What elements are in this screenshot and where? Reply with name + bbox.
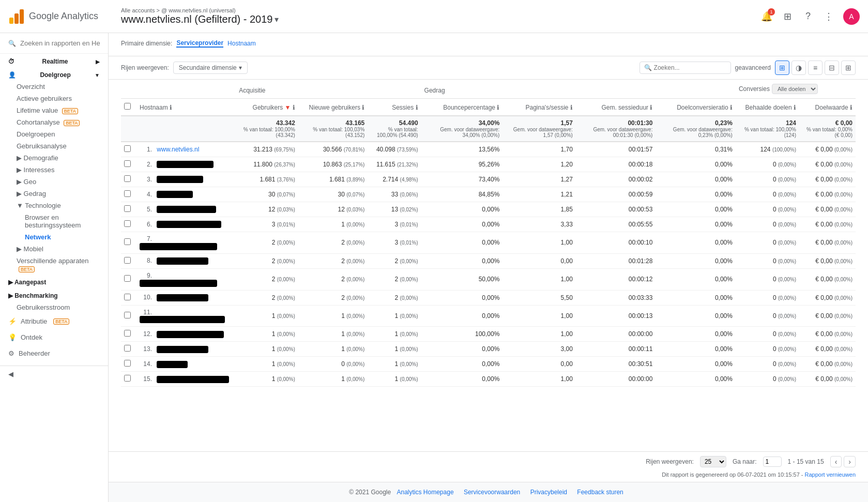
sidebar-item-gedrag[interactable]: ▶ Gedrag xyxy=(0,188,108,200)
row-sessieduur: 00:00:12 xyxy=(576,268,656,290)
avatar[interactable]: A xyxy=(843,8,860,25)
sidebar-item-technologie[interactable]: ▼ Technologie xyxy=(0,200,108,211)
more-icon[interactable]: ⋮ xyxy=(823,10,835,23)
row-hostname: 8. xyxy=(136,253,236,268)
row-checkbox[interactable] xyxy=(124,160,131,167)
pie-view-icon[interactable]: ◑ xyxy=(791,60,806,75)
row-checkbox[interactable] xyxy=(124,294,131,300)
hostname-link[interactable]: www.netvlies.nl xyxy=(157,146,199,153)
sidebar-item-gebruikersstroom[interactable]: Gebruikersstroom xyxy=(0,301,108,313)
footer-copyright: © 2021 Google xyxy=(349,489,391,496)
table-search-input[interactable] xyxy=(654,64,726,71)
bar-view-icon[interactable]: ≡ xyxy=(808,60,823,75)
col-doelwaarde[interactable]: Doelwaarde ℹ xyxy=(799,99,856,116)
grid-view-icon[interactable]: ⊞ xyxy=(775,60,789,75)
row-checkbox[interactable] xyxy=(124,375,131,382)
row-checkbox[interactable] xyxy=(124,220,131,227)
sidebar-item-gebruiksanalyse[interactable]: Gebruiksanalyse xyxy=(0,140,108,152)
sidebar-item-beheerder[interactable]: ⚙ Beheerder xyxy=(0,345,108,361)
row-paginas: 0,00 xyxy=(502,357,576,372)
goto-input[interactable] xyxy=(763,457,782,467)
sidebar-item-doelgroep[interactable]: 👤 Doelgroep ▼ xyxy=(0,67,108,81)
totals-paginas-sub: Gem. voor dataweergave: 1,57 (0,00%) xyxy=(506,127,573,138)
row-checkbox[interactable] xyxy=(124,345,131,352)
footer-feedback-link[interactable]: Feedback sturen xyxy=(577,489,623,496)
notification-icon[interactable]: 🔔 1 xyxy=(760,10,773,23)
realtime-icon: ⏱ xyxy=(8,58,14,65)
col-nieuwe-gebruikers[interactable]: Nieuwe gebruikers ℹ xyxy=(298,99,368,116)
rows-per-page-select[interactable]: 2550100 xyxy=(700,456,726,467)
sidebar-item-mobiel[interactable]: ▶ Mobiel xyxy=(0,243,108,255)
dim-serviceprovider-link[interactable]: Serviceprovider xyxy=(176,39,223,48)
col-sessies[interactable]: Sessies ℹ xyxy=(368,99,421,116)
sidebar-item-benchmarking[interactable]: ▶ Benchmarking xyxy=(0,288,108,301)
redacted-hostname xyxy=(157,221,221,228)
sidebar-item-verschillende[interactable]: Verschillende apparaten BETA xyxy=(0,255,108,275)
doelen-dropdown[interactable]: Alle doelen xyxy=(772,84,818,94)
secondary-dimension-button[interactable]: Secundaire dimensie ▾ xyxy=(173,62,248,74)
sidebar-item-netwerk[interactable]: Netwerk xyxy=(0,231,108,243)
dim-hostnaam-link[interactable]: Hostnaam xyxy=(227,40,256,47)
sidebar-item-ontdek[interactable]: 💡 Ontdek xyxy=(0,329,108,345)
col-gebruikers[interactable]: Gebruikers ▼ ℹ xyxy=(236,99,298,116)
row-checkbox[interactable] xyxy=(124,360,131,367)
sidebar-item-realtime[interactable]: ⏱ Realtime ▶ xyxy=(0,54,108,67)
col-behaalde-doelen[interactable]: Behaalde doelen ℹ xyxy=(736,99,799,116)
next-page-button[interactable]: › xyxy=(844,456,856,467)
title-dropdown-icon[interactable]: ▾ xyxy=(275,14,279,24)
row-checkbox[interactable] xyxy=(124,257,131,264)
rapport-vernieuwen-link[interactable]: Rapport vernieuwen xyxy=(805,471,856,478)
row-checkbox[interactable] xyxy=(124,175,131,182)
row-paginas: 1,00 xyxy=(502,372,576,387)
row-checkbox[interactable] xyxy=(124,275,131,282)
row-nieuwe-gebruikers: 10.863 (25,17%) xyxy=(298,157,368,172)
col-doelconversie[interactable]: Doelconversieratio ℹ xyxy=(656,99,735,116)
sidebar-item-interesses[interactable]: ▶ Interesses xyxy=(0,164,108,176)
sidebar-item-overzicht[interactable]: Overzicht xyxy=(0,81,108,93)
sidebar-search-area[interactable]: 🔍 xyxy=(0,33,108,54)
table-search-box[interactable]: 🔍 xyxy=(639,62,731,74)
sidebar-item-doelgroepen[interactable]: Doelgroepen xyxy=(0,128,108,140)
sidebar-item-aangepast[interactable]: ▶ Aangepast xyxy=(0,275,108,288)
footer-privacybeleid-link[interactable]: Privacybeleid xyxy=(530,489,567,496)
row-sessieduur: 00:03:33 xyxy=(576,290,656,305)
pivot-view-icon[interactable]: ⊟ xyxy=(825,60,839,75)
help-icon[interactable]: ? xyxy=(802,10,814,23)
redacted-hostname xyxy=(157,294,208,301)
row-checkbox[interactable] xyxy=(124,190,131,197)
notification-badge: 1 xyxy=(768,8,775,16)
sidebar-item-actieve[interactable]: Actieve gebruikers xyxy=(0,93,108,104)
row-num: 3. xyxy=(140,176,152,183)
sidebar-item-attributie[interactable]: ⚡ Attributie BETA xyxy=(0,313,108,329)
row-checkbox-cell xyxy=(121,253,136,268)
select-all-checkbox[interactable] xyxy=(124,103,131,110)
table-row: 1. www.netvlies.nl 31.213 (69,75%) 30.56… xyxy=(121,142,856,157)
row-checkbox[interactable] xyxy=(124,205,131,212)
search-input[interactable] xyxy=(20,39,100,47)
prev-page-button[interactable]: ‹ xyxy=(830,456,842,467)
realtime-arrow-icon: ▶ xyxy=(96,59,100,65)
row-checkbox[interactable] xyxy=(124,312,131,318)
col-bounce[interactable]: Bouncepercentage ℹ xyxy=(421,99,503,116)
footer-analytics-homepage-link[interactable]: Analytics Homepage xyxy=(397,489,454,496)
main-layout: 🔍 ⏱ Realtime ▶ 👤 Doelgroep ▼ Overzicht A… xyxy=(0,33,868,502)
custom-view-icon[interactable]: ⊞ xyxy=(841,60,856,75)
row-bounce: 84,85% xyxy=(421,187,503,202)
sidebar-item-cohort[interactable]: Cohortanalyse BETA xyxy=(0,116,108,128)
apps-icon[interactable]: ⊞ xyxy=(781,10,794,23)
col-sessieduur[interactable]: Gem. sessieduur ℹ xyxy=(576,99,656,116)
footer-servicevoorwaarden-link[interactable]: Servicevoorwaarden xyxy=(464,489,520,496)
advanced-link[interactable]: geavanceerd xyxy=(735,64,771,71)
row-checkbox[interactable] xyxy=(124,330,131,337)
sidebar-item-lifetime[interactable]: Lifetime value BETA xyxy=(0,104,108,116)
row-behaalde-doelen: 0 (0,00%) xyxy=(736,202,799,217)
sidebar-item-geo[interactable]: ▶ Geo xyxy=(0,176,108,188)
sidebar-collapse-btn[interactable]: ◀ xyxy=(0,366,108,382)
sidebar-item-demografie[interactable]: ▶ Demografie xyxy=(0,152,108,164)
row-hostname: 9. xyxy=(136,268,236,290)
row-sessies: 33 (0,06%) xyxy=(368,187,421,202)
row-checkbox[interactable] xyxy=(124,145,131,152)
row-checkbox[interactable] xyxy=(124,238,131,245)
sidebar-item-browser[interactable]: Browser en besturingssysteem xyxy=(0,211,108,231)
col-paginas[interactable]: Pagina's/sessie ℹ xyxy=(502,99,576,116)
